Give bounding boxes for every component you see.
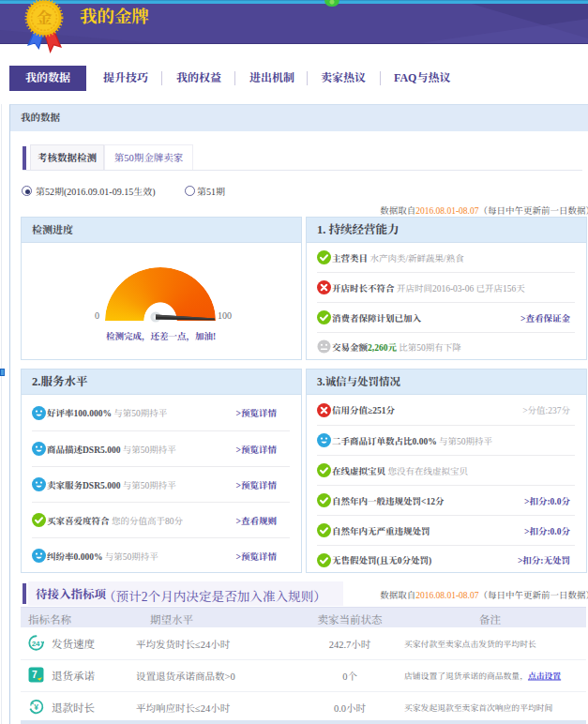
svg-text:7: 7 (32, 670, 38, 680)
svg-text:金: 金 (37, 5, 53, 28)
svg-text:¥: ¥ (34, 702, 38, 712)
svg-text:24: 24 (32, 640, 40, 648)
